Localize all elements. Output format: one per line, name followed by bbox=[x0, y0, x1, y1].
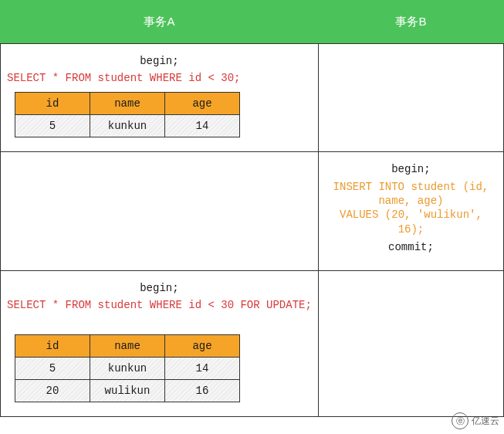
timeline-row-1: begin; SELECT * FROM student WHERE id < … bbox=[1, 44, 504, 152]
select-stmt: SELECT * FROM student WHERE id < 30; bbox=[7, 72, 312, 84]
col-id: id bbox=[15, 93, 90, 115]
col-name: name bbox=[90, 334, 165, 357]
timeline-row-3: begin; SELECT * FROM student WHERE id < … bbox=[1, 270, 504, 416]
table-header-row: id name age bbox=[15, 93, 240, 115]
col-age: age bbox=[165, 93, 240, 115]
timeline-row-2: begin; INSERT INTO student (id, name, ag… bbox=[1, 152, 504, 271]
begin-stmt: begin; bbox=[325, 163, 497, 175]
table-row: 5 kunkun 14 bbox=[15, 115, 240, 137]
txn-b-step-3-empty bbox=[319, 271, 503, 324]
cell-id: 5 bbox=[15, 357, 90, 379]
insert-line-2: VALUES (20, 'wulikun', 16); bbox=[340, 209, 482, 235]
col-name: name bbox=[90, 93, 165, 115]
table-header-row: id name age bbox=[15, 334, 240, 357]
result-table-1: id name age 5 kunkun 14 bbox=[15, 92, 240, 137]
txn-a-step-2-empty bbox=[1, 152, 318, 205]
txn-b-step-2: begin; INSERT INTO student (id, name, ag… bbox=[319, 152, 503, 270]
transaction-timeline-table: 事务A 事务B begin; SELECT * FROM student WHE… bbox=[0, 0, 504, 417]
cell-age: 16 bbox=[165, 379, 240, 402]
begin-stmt: begin; bbox=[7, 282, 312, 294]
watermark: ⓔ 亿速云 bbox=[452, 412, 499, 417]
result-table-2: id name age 5 kunkun 14 20 wulikun 16 bbox=[15, 334, 240, 402]
insert-stmt: INSERT INTO student (id, name, age) VALU… bbox=[325, 180, 497, 236]
commit-stmt: commit; bbox=[325, 241, 497, 253]
watermark-logo-icon: ⓔ bbox=[452, 412, 468, 417]
cell-id: 20 bbox=[15, 379, 90, 402]
col-id: id bbox=[15, 334, 90, 357]
header-transaction-b: 事务B bbox=[318, 1, 503, 44]
cell-name: wulikun bbox=[90, 379, 165, 402]
table-row: 5 kunkun 14 bbox=[15, 357, 240, 379]
txn-a-step-3: begin; SELECT * FROM student WHERE id < … bbox=[1, 271, 318, 416]
cell-id: 5 bbox=[15, 115, 90, 137]
cell-age: 14 bbox=[165, 115, 240, 137]
cell-age: 14 bbox=[165, 357, 240, 379]
begin-stmt: begin; bbox=[7, 55, 312, 67]
txn-a-step-1: begin; SELECT * FROM student WHERE id < … bbox=[1, 44, 318, 151]
header-transaction-a: 事务A bbox=[1, 1, 319, 44]
cell-name: kunkun bbox=[90, 115, 165, 137]
table-row: 20 wulikun 16 bbox=[15, 379, 240, 402]
header-row: 事务A 事务B bbox=[1, 1, 504, 44]
col-age: age bbox=[165, 334, 240, 357]
cell-name: kunkun bbox=[90, 357, 165, 379]
txn-b-step-1-empty bbox=[319, 44, 503, 97]
select-for-update-stmt: SELECT * FROM student WHERE id < 30 FOR … bbox=[7, 299, 312, 311]
watermark-text: 亿速云 bbox=[472, 415, 499, 417]
insert-line-1: INSERT INTO student (id, name, age) bbox=[333, 181, 489, 207]
